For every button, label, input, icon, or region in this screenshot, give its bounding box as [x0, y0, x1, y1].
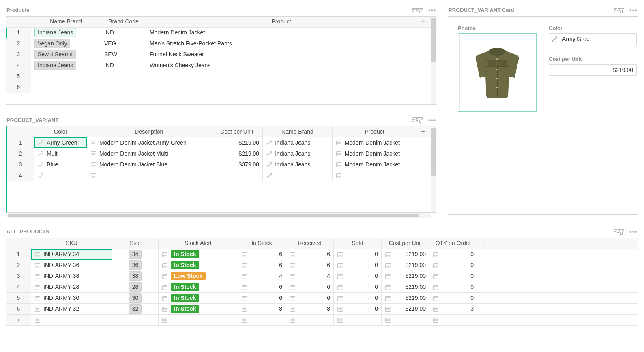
cell-blank[interactable]	[477, 271, 489, 282]
cell-code[interactable]	[101, 71, 146, 82]
cell-sold[interactable]: 0	[334, 293, 382, 304]
cell-size[interactable]	[112, 315, 159, 326]
table-row[interactable]: 3BlueModern Denim Jacket Blue$379.00Indi…	[7, 159, 437, 170]
cell-size[interactable]: 34	[112, 249, 159, 260]
add-column-button[interactable]: +	[477, 238, 489, 249]
cell-recv[interactable]: 6	[286, 282, 334, 293]
cell-code[interactable]: IND	[101, 60, 146, 71]
cell-blank[interactable]	[417, 159, 430, 170]
col-alert[interactable]: Stock Alert	[159, 238, 238, 249]
col-cost[interactable]: Cost per Unit	[211, 126, 263, 137]
cell-cost[interactable]: $219.00	[382, 282, 429, 293]
cell-size[interactable]: 36	[112, 260, 159, 271]
row-number[interactable]: 4	[6, 282, 31, 293]
cell-instock[interactable]: 8	[238, 304, 286, 315]
cell-brand[interactable]: Indiana Jeans	[263, 148, 333, 159]
row-number[interactable]: 1	[6, 28, 31, 38]
table-row[interactable]: 2Vegan OnlyVEGMen's Stretch Five-Pocket …	[6, 38, 437, 49]
col-size[interactable]: Size	[112, 238, 159, 249]
cell-cost[interactable]: $219.00	[382, 271, 429, 282]
cell-blank[interactable]	[477, 249, 489, 260]
row-number[interactable]: 5	[6, 71, 31, 82]
table-row[interactable]: 2MultiModern Denim Jacket Multi$219.00In…	[7, 148, 437, 159]
table-row[interactable]: 2IND-ARMY-3636In Stock660$219.000	[6, 260, 638, 271]
cell-brand[interactable]: Indiana Jeans	[31, 28, 101, 38]
cell-alert[interactable]: In Stock	[159, 260, 238, 271]
cell-brand[interactable]: Sew it Seams	[31, 49, 101, 60]
cell-desc[interactable]	[87, 170, 211, 181]
cell-cost[interactable]: $219.00	[382, 260, 429, 271]
row-number[interactable]: 3	[7, 159, 34, 170]
cell-qty[interactable]: 0	[429, 249, 477, 260]
table-row[interactable]: 5IND-ARMY-3030In Stock660$219.000	[6, 293, 638, 304]
cell-alert[interactable]	[159, 315, 238, 326]
cell-product[interactable]: Modern Denim Jacket	[333, 159, 417, 170]
cell-brand[interactable]	[31, 71, 101, 82]
col-cost[interactable]: Cost per Unit	[382, 238, 429, 249]
cell-color[interactable]: Army Green	[34, 137, 87, 148]
cell-size[interactable]: 38	[112, 271, 159, 282]
cell-qty[interactable]: 0	[429, 282, 477, 293]
col-brand[interactable]: Name Brand	[263, 126, 333, 137]
cell-blank[interactable]	[477, 304, 489, 315]
more-icon[interactable]: •••	[428, 117, 436, 124]
cell-size[interactable]: 32	[112, 304, 159, 315]
col-sold[interactable]: Sold	[334, 238, 382, 249]
row-header-corner[interactable]	[6, 238, 31, 249]
cell-cost[interactable]	[382, 315, 429, 326]
product-photo[interactable]	[458, 33, 537, 112]
sort-filter-icon[interactable]	[412, 117, 423, 123]
cell-product[interactable]: Modern Denim Jacket	[333, 148, 417, 159]
cell-instock[interactable]: 6	[238, 282, 286, 293]
add-column-button[interactable]: +	[417, 126, 430, 137]
row-number[interactable]: 4	[7, 170, 34, 181]
cell-sku[interactable]: IND-ARMY-30	[31, 293, 112, 304]
cell-recv[interactable]: 6	[286, 293, 334, 304]
cell-cost[interactable]: $219.00	[211, 137, 263, 148]
cell-color[interactable]: Multi	[34, 148, 87, 159]
cell-desc[interactable]: Modern Denim Jacket Blue	[87, 159, 211, 170]
cell-instock[interactable]: 6	[238, 249, 286, 260]
row-number[interactable]: 4	[6, 60, 31, 71]
cell-code[interactable]: SEW	[101, 49, 146, 60]
cell-blank[interactable]	[477, 315, 489, 326]
cell-desc[interactable]: Modern Denim Jacket Multi	[87, 148, 211, 159]
row-number[interactable]: 7	[6, 315, 31, 326]
cell-cost[interactable]: $219.00	[382, 304, 429, 315]
cell-cost[interactable]: $379.00	[211, 159, 263, 170]
col-instock[interactable]: In Stock	[238, 238, 286, 249]
cell-product[interactable]: Funnel Neck Sweater	[146, 49, 416, 60]
cell-blank[interactable]	[477, 282, 489, 293]
cell-blank[interactable]	[416, 60, 430, 71]
col-product[interactable]: Product	[333, 126, 417, 137]
cell-instock[interactable]: 4	[238, 271, 286, 282]
add-column-button[interactable]: +	[416, 17, 430, 28]
cell-blank[interactable]	[417, 148, 430, 159]
cell-sold[interactable]	[334, 315, 382, 326]
cell-alert[interactable]: In Stock	[159, 304, 238, 315]
cell-instock[interactable]	[238, 315, 286, 326]
cell-instock[interactable]: 6	[238, 293, 286, 304]
cell-sku[interactable]	[31, 315, 112, 326]
cell-alert[interactable]: Low Stock	[159, 271, 238, 282]
row-header-corner[interactable]	[6, 17, 31, 28]
table-row[interactable]: 6	[6, 82, 437, 93]
more-icon[interactable]: •••	[629, 6, 638, 14]
horizontal-scrollbar[interactable]	[6, 213, 431, 218]
row-number[interactable]: 2	[6, 260, 31, 271]
col-code[interactable]: Brand Code	[101, 17, 146, 28]
cell-brand[interactable]	[263, 170, 333, 181]
vertical-scrollbar[interactable]	[431, 17, 436, 104]
table-row[interactable]: 5	[6, 71, 437, 82]
row-number[interactable]: 1	[6, 249, 31, 260]
cell-code[interactable]	[101, 82, 146, 93]
cell-product[interactable]: Women's Cheeky Jeans	[146, 60, 416, 71]
cell-qty[interactable]: 3	[429, 304, 477, 315]
cell-blank[interactable]	[477, 260, 489, 271]
table-row[interactable]: 1Army GreenModern Denim Jacket Army Gree…	[7, 137, 437, 148]
cell-sku[interactable]: IND-ARMY-34	[31, 249, 112, 260]
cell-alert[interactable]: In Stock	[159, 282, 238, 293]
cell-blank[interactable]	[416, 82, 430, 93]
row-number[interactable]: 6	[6, 82, 31, 93]
table-row[interactable]: 6IND-ARMY-3232In Stock880$219.003	[6, 304, 638, 315]
